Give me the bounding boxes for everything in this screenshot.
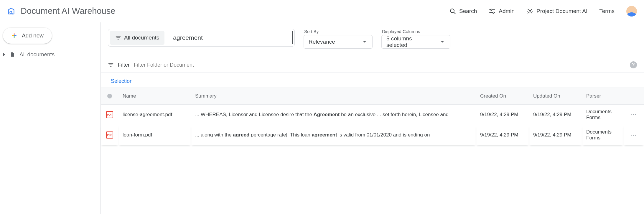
help-icon[interactable]: ? bbox=[630, 61, 637, 68]
tab-selection[interactable]: Selection bbox=[111, 78, 133, 87]
svg-point-3 bbox=[493, 12, 494, 13]
displayed-columns-control: Displayed Columns 5 columns selected bbox=[381, 29, 450, 49]
header-terms-link[interactable]: Terms bbox=[599, 8, 615, 14]
updated-on: 9/19/22, 4:29 PM bbox=[529, 125, 582, 145]
col-header-updated[interactable]: Updated On bbox=[529, 88, 582, 105]
sidebar: Add new All documents bbox=[0, 22, 101, 214]
header-search-label: Search bbox=[459, 8, 477, 14]
add-new-label: Add new bbox=[22, 32, 44, 39]
app-header: Document AI Warehouse Search Admin Proje… bbox=[0, 0, 644, 22]
header-actions: Search Admin Project Document AI Terms bbox=[449, 6, 637, 17]
col-header-name[interactable]: Name bbox=[118, 88, 191, 105]
add-new-button[interactable]: Add new bbox=[3, 28, 52, 44]
plus-icon bbox=[11, 33, 17, 39]
header-admin-button[interactable]: Admin bbox=[489, 8, 515, 15]
table-row[interactable]: PDF loan-form.pdf ... along with the agr… bbox=[101, 125, 644, 145]
updated-on: 9/19/22, 4:29 PM bbox=[529, 105, 582, 125]
header-project-button[interactable]: Project Document AI bbox=[526, 8, 587, 15]
col-header-summary[interactable]: Summary bbox=[191, 88, 476, 105]
header-project-label: Project Document AI bbox=[536, 8, 587, 14]
chevron-down-icon bbox=[362, 39, 368, 45]
displayed-columns-value: 5 columns selected bbox=[386, 35, 428, 48]
header-terms-label: Terms bbox=[599, 8, 615, 14]
avatar[interactable] bbox=[626, 6, 637, 17]
results-table: Name Summary Created On Updated On Parse… bbox=[101, 88, 644, 145]
brand: Document AI Warehouse bbox=[7, 6, 115, 16]
col-header-created[interactable]: Created On bbox=[476, 88, 529, 105]
displayed-columns-dropdown[interactable]: 5 columns selected bbox=[381, 35, 450, 49]
product-logo-icon bbox=[7, 7, 15, 15]
pdf-icon: PDF bbox=[106, 111, 113, 118]
result-tabs: Selection bbox=[101, 73, 644, 88]
main-content: All documents Sort By Relevance Displaye… bbox=[101, 22, 644, 214]
scope-chip-label: All documents bbox=[124, 34, 159, 41]
pdf-icon: PDF bbox=[106, 131, 113, 139]
tune-icon bbox=[489, 8, 496, 15]
document-icon bbox=[9, 52, 15, 57]
created-on: 9/19/22, 4:29 PM bbox=[476, 105, 529, 125]
search-icon bbox=[449, 8, 456, 15]
search-box: All documents bbox=[108, 29, 295, 47]
file-name: license-agreement.pdf bbox=[123, 112, 172, 117]
scope-chip-all-documents[interactable]: All documents bbox=[110, 31, 164, 45]
select-all-toggle[interactable] bbox=[107, 94, 112, 98]
table-header: Name Summary Created On Updated On Parse… bbox=[101, 88, 644, 105]
header-admin-label: Admin bbox=[499, 8, 515, 14]
chevron-down-icon bbox=[439, 39, 445, 45]
sort-by-control: Sort By Relevance bbox=[304, 29, 373, 49]
app-body: Add new All documents All documents bbox=[0, 22, 644, 214]
filter-icon bbox=[108, 62, 114, 68]
summary-text: ... along with the agreed percentage rat… bbox=[195, 132, 430, 138]
row-overflow-menu[interactable]: ⋯ bbox=[623, 105, 644, 125]
displayed-columns-label: Displayed Columns bbox=[382, 29, 450, 34]
separator bbox=[168, 31, 168, 44]
filter-list-icon bbox=[115, 35, 121, 41]
search-input[interactable] bbox=[173, 31, 293, 44]
file-name: loan-form.pdf bbox=[123, 132, 152, 138]
header-search-button[interactable]: Search bbox=[449, 8, 477, 15]
summary-text: ... WHEREAS, Licensor and Licensee desir… bbox=[195, 112, 449, 117]
filter-input[interactable] bbox=[134, 62, 626, 68]
gear-icon bbox=[526, 8, 533, 15]
sort-by-value: Relevance bbox=[309, 39, 335, 45]
created-on: 9/19/22, 4:29 PM bbox=[476, 125, 529, 145]
filter-label: Filter bbox=[118, 62, 130, 68]
sidebar-item-label: All documents bbox=[19, 51, 55, 58]
col-header-parser[interactable]: Parser bbox=[582, 88, 623, 105]
svg-point-4 bbox=[529, 10, 531, 12]
sidebar-item-all-documents[interactable]: All documents bbox=[3, 49, 98, 60]
filter-bar: Filter ? bbox=[101, 57, 644, 73]
sort-by-label: Sort By bbox=[304, 29, 373, 34]
row-overflow-menu[interactable]: ⋯ bbox=[623, 125, 644, 145]
brand-title: Document AI Warehouse bbox=[21, 6, 115, 16]
search-toolbar: All documents Sort By Relevance Displaye… bbox=[101, 22, 644, 57]
sort-by-dropdown[interactable]: Relevance bbox=[304, 35, 373, 49]
svg-point-2 bbox=[491, 9, 492, 10]
parser-cell: Documents Forms bbox=[582, 125, 623, 145]
parser-cell: Documents Forms bbox=[582, 105, 623, 125]
chevron-right-icon bbox=[3, 53, 5, 56]
table-row[interactable]: PDF license-agreement.pdf ... WHEREAS, L… bbox=[101, 105, 644, 125]
